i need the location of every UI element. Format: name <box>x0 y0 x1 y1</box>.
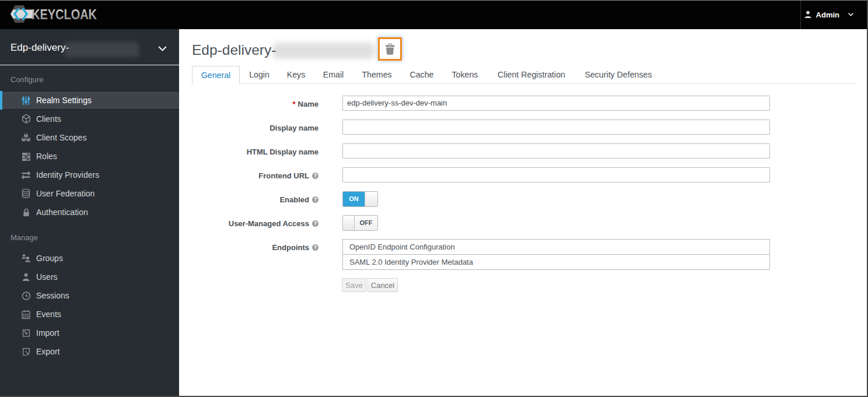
svg-text:KEYCLOAK: KEYCLOAK <box>32 7 97 22</box>
